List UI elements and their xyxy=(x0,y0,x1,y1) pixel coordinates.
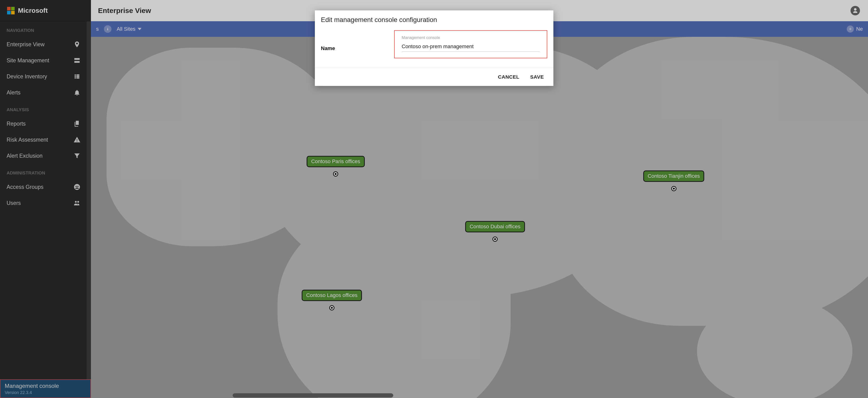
name-float-label: Management console xyxy=(402,35,540,40)
console-name-input[interactable] xyxy=(402,42,540,52)
cancel-button[interactable]: CANCEL xyxy=(498,74,519,80)
save-button[interactable]: SAVE xyxy=(530,74,544,80)
edit-console-dialog: Edit management console configuration Na… xyxy=(315,10,553,86)
name-row-label: Name xyxy=(321,30,387,52)
modal-overlay: Edit management console configuration Na… xyxy=(0,0,868,398)
dialog-title: Edit management console configuration xyxy=(315,10,553,30)
name-field-container: Management console xyxy=(394,30,547,58)
